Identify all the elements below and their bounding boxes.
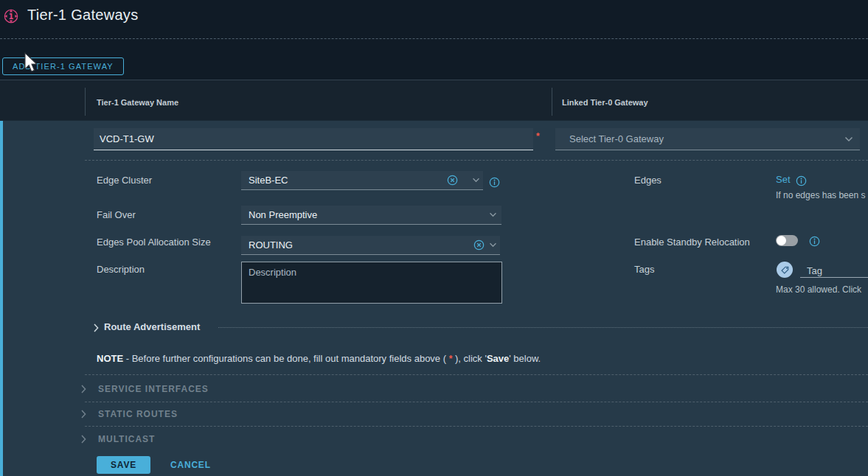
info-icon[interactable]: [489, 177, 500, 188]
svg-text:1: 1: [9, 13, 14, 21]
fail-over-value: Non Preemptive: [241, 209, 489, 220]
column-divider: [552, 88, 552, 116]
chevron-right-icon: [81, 385, 86, 393]
column-header-linked-t0[interactable]: Linked Tier-0 Gateway: [562, 98, 648, 107]
required-asterisk: *: [536, 131, 540, 141]
page-title: Tier-1 Gateways: [27, 7, 138, 24]
edges-pool-combobox[interactable]: ROUTING: [241, 236, 500, 255]
gateway-name-value: VCD-T1-GW: [94, 133, 154, 144]
note-text: NOTE - Before further configurations can…: [97, 353, 541, 364]
cancel-button[interactable]: CANCEL: [170, 460, 211, 470]
fail-over-label: Fail Over: [97, 209, 136, 220]
tags-hint: Max 30 allowed. Click: [776, 284, 861, 295]
edges-pool-value: ROUTING: [241, 239, 473, 251]
section-divider: [85, 426, 868, 427]
description-textarea[interactable]: Description: [241, 262, 502, 304]
form-divider: [85, 160, 868, 161]
chevron-right-icon: [81, 435, 86, 444]
note-save-word: Save: [487, 353, 509, 364]
route-advertisement-toggle[interactable]: Route Advertisement: [104, 321, 200, 332]
description-label: Description: [97, 264, 145, 275]
edges-label: Edges: [634, 175, 662, 186]
section-static-routes[interactable]: STATIC ROUTES: [98, 409, 178, 419]
grid-header: Tier-1 Gateway Name Linked Tier-0 Gatewa…: [0, 80, 868, 121]
edge-cluster-label: Edge Cluster: [97, 175, 152, 186]
standby-relocation-label: Enable Standby Relocation: [634, 237, 750, 248]
column-divider: [85, 88, 86, 116]
edge-cluster-value: SiteB-EC: [241, 175, 447, 186]
note-bold: NOTE: [97, 353, 123, 364]
new-gateway-form-row: VCD-T1-GW * Select Tier-0 Gateway Edge C…: [0, 121, 868, 476]
section-service-interfaces[interactable]: SERVICE INTERFACES: [98, 384, 209, 394]
info-icon[interactable]: [809, 236, 820, 247]
chevron-right-icon[interactable]: [94, 323, 99, 332]
chevron-down-icon: [844, 136, 860, 142]
tier1-gateway-icon: 1: [3, 8, 19, 24]
section-divider: [85, 374, 868, 375]
add-tier1-gateway-button[interactable]: ADD TIER-1 GATEWAY: [2, 57, 124, 75]
edges-set-link[interactable]: Set: [776, 174, 791, 185]
column-header-t1-name[interactable]: Tier-1 Gateway Name: [97, 98, 178, 107]
chevron-down-icon[interactable]: [472, 178, 480, 183]
tag-icon: [777, 262, 793, 278]
info-icon[interactable]: [796, 175, 807, 186]
section-divider: [85, 402, 868, 402]
row-selection-bar: [0, 121, 3, 476]
section-multicast[interactable]: MULTICAST: [98, 434, 155, 444]
gateway-name-input[interactable]: VCD-T1-GW: [94, 128, 533, 150]
chevron-down-icon[interactable]: [489, 242, 497, 248]
clear-icon[interactable]: [447, 175, 458, 186]
tag-placeholder: Tag: [800, 265, 822, 276]
edges-hint: If no edges has been s: [776, 190, 865, 200]
edges-pool-label: Edges Pool Allocation Size: [97, 237, 211, 248]
edge-cluster-combobox[interactable]: SiteB-EC: [241, 171, 483, 190]
fail-over-select[interactable]: Non Preemptive: [241, 206, 501, 225]
header-divider: [0, 38, 868, 39]
route-advertisement-divider: [218, 327, 868, 328]
linked-tier0-select[interactable]: Select Tier-0 Gateway: [555, 128, 860, 150]
chevron-down-icon: [489, 212, 497, 217]
linked-tier0-placeholder: Select Tier-0 Gateway: [555, 133, 844, 144]
clear-icon[interactable]: [473, 239, 485, 251]
standby-relocation-toggle[interactable]: [776, 235, 798, 246]
tags-label: Tags: [634, 264, 654, 275]
chevron-right-icon: [81, 410, 86, 419]
tag-input[interactable]: Tag: [800, 264, 868, 278]
save-button[interactable]: SAVE: [97, 456, 150, 474]
